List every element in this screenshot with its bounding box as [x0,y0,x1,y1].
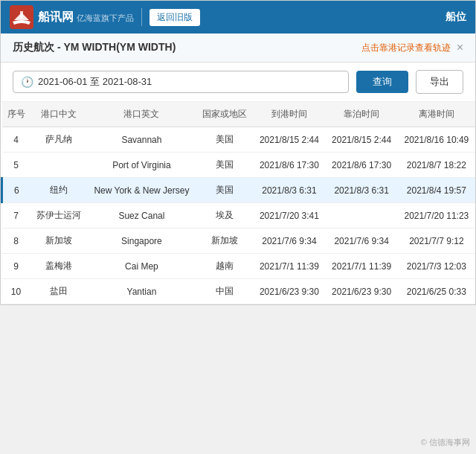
page-title: 历史航次 - YM WIDTH(YM WIDTH) [13,41,176,54]
logo-area: 船讯网 亿海蓝旗下产品 [10,5,134,29]
table-row[interactable]: 8新加坡Singapore新加坡2021/7/6 9:342021/7/6 9:… [2,228,476,254]
table-container: 序号 港口中文 港口英文 国家或地区 到港时间 靠泊时间 离港时间 4萨凡纳Sa… [1,102,475,304]
cell-port-en: Cai Mep [87,254,197,279]
cell-berth: 2021/7/6 9:34 [326,228,398,254]
date-range-input[interactable]: 🕐 2021-06-01 至 2021-08-31 [13,71,349,93]
cell-country: 越南 [196,254,253,279]
subheader: 历史航次 - YM WIDTH(YM WIDTH) 点击靠港记录查看轨迹 × [1,33,475,63]
cell-departure: 2021/7/3 12:03 [398,254,475,279]
cell-index: 7 [2,203,30,228]
col-port-en: 港口英文 [87,102,197,127]
subheader-right: 点击靠港记录查看轨迹 × [361,41,463,54]
col-berth: 靠泊时间 [326,102,398,127]
cell-departure: 2021/6/25 0:33 [398,279,475,304]
cell-arrival: 2021/8/3 6:31 [253,178,325,203]
old-version-button[interactable]: 返回旧版 [149,9,200,26]
cell-index: 4 [2,127,30,153]
cell-port-cn: 苏伊士运河 [30,203,87,228]
app-wrapper: 船讯网 亿海蓝旗下产品 返回旧版 船位 历史航次 - YM WIDTH(YM W… [0,0,476,305]
cell-berth: 2021/7/1 11:39 [326,254,398,279]
cell-index: 6 [2,178,30,203]
header-left: 船讯网 亿海蓝旗下产品 返回旧版 [10,5,200,29]
cell-arrival: 2021/8/15 2:44 [253,127,325,153]
cell-berth [326,203,398,228]
col-port-cn: 港口中文 [30,102,87,127]
table-row[interactable]: 4萨凡纳Savannah美国2021/8/15 2:442021/8/15 2:… [2,127,476,153]
date-range-value: 2021-06-01 至 2021-08-31 [38,75,152,89]
cell-country: 新加坡 [196,228,253,254]
table-row[interactable]: 5Port of Virginia美国2021/8/6 17:302021/8/… [2,153,476,178]
cell-port-en: Yantian [87,279,197,304]
svg-rect-1 [20,11,23,19]
cell-port-cn [30,153,87,178]
cell-port-en: Suez Canal [87,203,197,228]
cell-berth: 2021/6/23 9:30 [326,279,398,304]
cell-port-en: Singapore [87,228,197,254]
cell-arrival: 2021/6/23 9:30 [253,279,325,304]
cell-arrival: 2021/7/1 11:39 [253,254,325,279]
table-header: 序号 港口中文 港口英文 国家或地区 到港时间 靠泊时间 离港时间 [2,102,476,127]
col-country: 国家或地区 [196,102,253,127]
header: 船讯网 亿海蓝旗下产品 返回旧版 船位 [1,1,475,33]
col-arrival: 到港时间 [253,102,325,127]
history-table: 序号 港口中文 港口英文 国家或地区 到港时间 靠泊时间 离港时间 4萨凡纳Sa… [1,102,475,304]
cell-country: 埃及 [196,203,253,228]
cell-index: 8 [2,228,30,254]
table-row[interactable]: 9盖梅港Cai Mep越南2021/7/1 11:392021/7/1 11:3… [2,254,476,279]
col-index: 序号 [2,102,30,127]
cell-arrival: 2021/7/6 9:34 [253,228,325,254]
export-button[interactable]: 导出 [416,70,463,94]
cell-port-cn: 盐田 [30,279,87,304]
cell-departure: 2021/8/4 19:57 [398,178,475,203]
cell-index: 9 [2,254,30,279]
nav-button[interactable]: 船位 [446,10,466,24]
cell-country: 美国 [196,127,253,153]
cell-port-cn: 新加坡 [30,228,87,254]
watermark: © 信德海事网 [421,437,470,448]
table-row[interactable]: 6纽约New York & New Jersey美国2021/8/3 6:312… [2,178,476,203]
table-body: 4萨凡纳Savannah美国2021/8/15 2:442021/8/15 2:… [2,127,476,304]
cell-departure: 2021/7/20 11:23 [398,203,475,228]
table-row[interactable]: 10盐田Yantian中国2021/6/23 9:302021/6/23 9:3… [2,279,476,304]
logo-text: 船讯网 [38,10,74,23]
cell-arrival: 2021/8/6 17:30 [253,153,325,178]
cell-port-cn: 盖梅港 [30,254,87,279]
cell-index: 5 [2,153,30,178]
cell-berth: 2021/8/3 6:31 [326,178,398,203]
cell-departure: 2021/8/16 10:49 [398,127,475,153]
cell-port-cn: 萨凡纳 [30,127,87,153]
cell-country: 中国 [196,279,253,304]
cell-index: 10 [2,279,30,304]
header-divider [141,8,142,26]
cell-country: 美国 [196,178,253,203]
logo-text-area: 船讯网 亿海蓝旗下产品 [38,10,134,25]
cell-country: 美国 [196,153,253,178]
calendar-icon: 🕐 [21,76,33,88]
cell-port-en: Port of Virginia [87,153,197,178]
cell-port-en: New York & New Jersey [87,178,197,203]
col-departure: 离港时间 [398,102,475,127]
cell-port-cn: 纽约 [30,178,87,203]
search-bar: 🕐 2021-06-01 至 2021-08-31 查询 导出 [1,63,475,102]
logo-sub: 亿海蓝旗下产品 [77,13,134,22]
cell-departure: 2021/7/7 9:12 [398,228,475,254]
logo-icon [10,5,33,29]
close-button[interactable]: × [457,41,463,54]
cell-departure: 2021/8/7 18:22 [398,153,475,178]
hint-text[interactable]: 点击靠港记录查看轨迹 [361,42,451,54]
query-button[interactable]: 查询 [356,71,408,93]
cell-berth: 2021/8/15 2:44 [326,127,398,153]
cell-port-en: Savannah [87,127,197,153]
cell-arrival: 2021/7/20 3:41 [253,203,325,228]
cell-berth: 2021/8/6 17:30 [326,153,398,178]
table-row[interactable]: 7苏伊士运河Suez Canal埃及2021/7/20 3:412021/7/2… [2,203,476,228]
